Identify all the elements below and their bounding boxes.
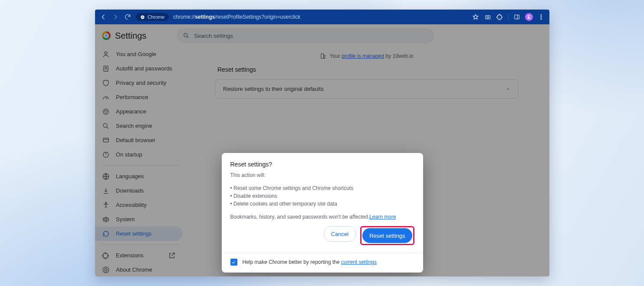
sidebar-item-label: System [116, 216, 135, 223]
svg-rect-33 [324, 55, 325, 58]
sidepanel-icon[interactable] [513, 13, 521, 21]
dialog-bullets: • Reset some Chrome settings and Chrome … [230, 184, 414, 208]
url-prefix: chrome:// [173, 14, 195, 20]
sidebar-item-downloads[interactable]: Downloads [95, 183, 183, 198]
note-text: Bookmarks, history, and saved passwords … [230, 214, 370, 220]
url-bold: settings [195, 14, 215, 20]
svg-point-24 [103, 152, 108, 157]
profile-avatar[interactable]: E [525, 13, 533, 21]
origin-chip[interactable]: Chrome [136, 13, 169, 21]
sidebar-item-default-browser[interactable]: Default browser [95, 133, 183, 147]
reset-settings-dialog: Reset settings? This action will: • Rese… [222, 153, 423, 273]
sidebar-divider [102, 244, 179, 245]
sidebar-item-label: You and Google [116, 51, 156, 57]
svg-point-26 [103, 173, 109, 180]
card-label: Restore settings to their original defau… [223, 86, 324, 92]
sidebar-item-label: Performance [116, 94, 148, 100]
dialog-note: Bookmarks, history, and saved passwords … [230, 214, 414, 220]
cancel-button[interactable]: Cancel [324, 226, 356, 242]
settings-sidebar: You and Google Autofill and passwords Pr… [95, 47, 186, 276]
sidebar-item-system[interactable]: System [95, 212, 183, 226]
svg-point-17 [105, 110, 105, 111]
svg-point-6 [541, 14, 542, 15]
managed-by-notice: Your profile is managed by 10web.io [215, 53, 519, 59]
dialog-actions: Cancel Reset settings [230, 226, 414, 245]
sidebar-item-label: On startup [116, 151, 142, 158]
learn-more-link[interactable]: Learn more [369, 214, 396, 220]
bullet-item: • Disable extensions [230, 192, 414, 200]
svg-point-31 [105, 269, 107, 271]
address-bar[interactable]: chrome://settings/resetProfileSettings?o… [173, 14, 467, 20]
bullet-item: • Delete cookies and other temporary sit… [230, 200, 414, 208]
dialog-subtitle: This action will: [230, 172, 414, 178]
extensions-icon[interactable] [496, 13, 504, 21]
dialog-footer: Help make Chrome better by reporting the… [222, 253, 423, 266]
svg-point-29 [105, 218, 107, 220]
svg-rect-12 [104, 66, 108, 71]
restore-defaults-row[interactable]: Restore settings to their original defau… [215, 79, 519, 99]
sidebar-item-on-startup[interactable]: On startup [95, 147, 183, 162]
managed-post: by 10web.io [384, 53, 413, 59]
sidebar-divider [102, 165, 179, 166]
current-settings-link[interactable]: current settings [341, 259, 377, 265]
svg-rect-22 [103, 138, 108, 142]
svg-point-9 [184, 33, 187, 37]
svg-line-21 [107, 127, 108, 129]
dialog-title: Reset settings? [230, 161, 414, 168]
svg-rect-4 [515, 15, 519, 19]
svg-point-1 [142, 16, 144, 18]
menu-button[interactable] [537, 13, 545, 21]
sidebar-item-label: Privacy and security [116, 80, 166, 86]
sidebar-item-appearance[interactable]: Appearance [95, 104, 183, 119]
settings-header: Settings Search settings [95, 24, 549, 47]
section-title: Reset settings [217, 66, 519, 73]
sidebar-item-label: Downloads [116, 187, 144, 194]
sidebar-item-reset-settings[interactable]: Reset settings [95, 226, 183, 241]
sidebar-item-performance[interactable]: Performance [95, 90, 183, 104]
sidebar-item-label: About Chrome [116, 266, 152, 273]
open-in-new-icon [168, 252, 176, 259]
url-tail: /resetProfileSettings?origin=userclick [215, 14, 300, 20]
browser-window: Chrome chrome://settings/resetProfileSet… [95, 10, 549, 276]
chrome-logo-icon [102, 31, 111, 40]
sidebar-item-label: Accessibility [116, 202, 147, 208]
sidebar-item-label: Reset settings [116, 230, 151, 237]
bookmark-button[interactable] [472, 13, 480, 21]
svg-point-16 [103, 109, 108, 114]
svg-rect-32 [321, 54, 324, 59]
settings-main: Your profile is managed by 10web.io Rese… [215, 49, 519, 99]
sidebar-item-accessibility[interactable]: Accessibility [95, 198, 183, 212]
svg-line-10 [187, 37, 188, 38]
sidebar-item-about[interactable]: About Chrome [95, 263, 183, 276]
sidebar-item-label: Search engine [116, 123, 152, 129]
sidebar-item-autofill[interactable]: Autofill and passwords [95, 61, 183, 76]
camera-icon[interactable] [484, 13, 492, 21]
reload-button[interactable] [124, 13, 131, 21]
sidebar-item-extensions[interactable]: Extensions [95, 248, 183, 263]
sidebar-item-languages[interactable]: Languages [95, 169, 183, 183]
building-icon [320, 53, 326, 59]
search-placeholder: Search settings [194, 33, 233, 39]
sidebar-item-search-engine[interactable]: Search engine [95, 119, 183, 133]
svg-point-3 [487, 17, 489, 18]
svg-point-11 [105, 52, 107, 54]
reset-settings-button[interactable]: Reset settings [362, 228, 412, 243]
sidebar-item-label: Default browser [116, 137, 155, 143]
page-title: Settings [115, 31, 146, 41]
bullet-item: • Reset some Chrome settings and Chrome … [230, 184, 414, 192]
search-input[interactable]: Search settings [177, 28, 434, 43]
svg-line-15 [106, 97, 107, 100]
sidebar-item-label: Appearance [116, 108, 146, 115]
sidebar-item-you-and-google[interactable]: You and Google [95, 47, 183, 61]
svg-point-18 [107, 110, 108, 111]
help-checkbox[interactable] [230, 259, 237, 266]
svg-point-30 [103, 267, 109, 273]
back-button[interactable] [99, 13, 107, 21]
sidebar-item-label: Autofill and passwords [116, 65, 172, 72]
managed-link[interactable]: profile is managed [342, 53, 384, 59]
chrome-icon [140, 15, 145, 20]
search-icon [183, 32, 190, 39]
svg-point-28 [105, 202, 107, 203]
forward-button[interactable] [112, 13, 119, 21]
sidebar-item-privacy[interactable]: Privacy and security [95, 76, 183, 90]
